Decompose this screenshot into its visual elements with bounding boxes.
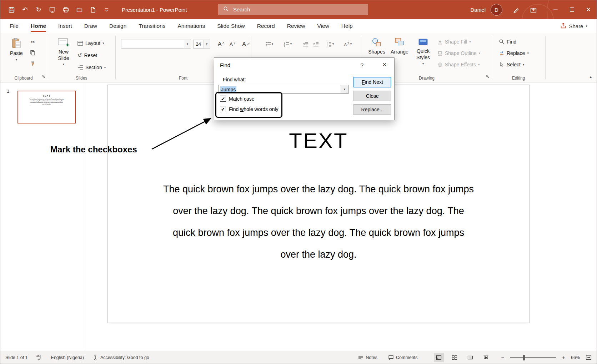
match-case-checkbox[interactable]: ✓ Match case (220, 96, 255, 102)
tab-slide-show[interactable]: Slide Show (217, 19, 245, 33)
slideshow-view-button[interactable] (481, 353, 491, 362)
minimize-button[interactable]: ─ (547, 0, 564, 19)
shape-effects-button[interactable]: Shape Effects ▾ (437, 60, 480, 69)
zoom-in-button[interactable]: + (562, 354, 565, 360)
font-name-combobox[interactable]: ▾ (121, 40, 191, 49)
spellcheck-icon[interactable]: abc (36, 354, 42, 360)
tab-transitions[interactable]: Transitions (139, 19, 165, 33)
user-name[interactable]: Daniel (470, 7, 486, 13)
copy-icon[interactable] (29, 49, 37, 57)
checkbox-checked-icon[interactable]: ✓ (220, 106, 226, 112)
close-icon[interactable]: × (382, 61, 386, 69)
format-painter-icon[interactable] (29, 60, 37, 67)
redo-icon[interactable]: ↻ (32, 4, 45, 16)
language-indicator[interactable]: English (Nigeria) (51, 355, 84, 360)
tab-home[interactable]: Home (31, 19, 46, 33)
tab-view[interactable]: View (317, 19, 329, 33)
slide-indicator[interactable]: Slide 1 of 1 (5, 355, 28, 360)
find-button[interactable]: Find (499, 37, 516, 46)
new-slide-icon (58, 37, 69, 47)
whole-words-checkbox[interactable]: ✓ Find whole words only (220, 106, 279, 112)
bullets-button[interactable]: ▾ (264, 40, 275, 49)
shapes-button[interactable]: Shapes (367, 37, 386, 55)
reading-view-button[interactable] (465, 353, 475, 362)
tab-file[interactable]: File (10, 19, 19, 33)
arrange-button[interactable]: Arrange (390, 37, 410, 55)
chevron-down-icon: ▾ (469, 40, 471, 44)
tab-review[interactable]: Review (287, 19, 305, 33)
chevron-down-icon[interactable]: ▾ (341, 85, 348, 93)
clipboard-dialog-launcher-icon[interactable] (42, 74, 45, 80)
start-slideshow-icon[interactable] (46, 4, 58, 16)
drawing-dialog-launcher-icon[interactable] (486, 74, 490, 80)
new-document-icon[interactable] (87, 4, 99, 16)
paste-button[interactable]: Paste ▾ (7, 37, 26, 61)
cut-icon[interactable]: ✂ (29, 38, 37, 46)
close-button[interactable]: × (580, 0, 597, 19)
tab-draw[interactable]: Draw (84, 19, 97, 33)
find-next-button[interactable]: Find Next (353, 77, 391, 87)
maximize-button[interactable] (564, 0, 580, 19)
slide-body-text[interactable]: The quick brown fox jumps over the lazy … (140, 178, 497, 266)
notes-button[interactable]: Notes (358, 355, 377, 360)
tab-insert[interactable]: Insert (58, 19, 72, 33)
bullets-icon (265, 41, 271, 47)
find-what-input[interactable]: Jumps ▾ (219, 85, 348, 94)
increase-indent-button[interactable] (312, 40, 320, 49)
shape-outline-label: Shape Outline (445, 50, 477, 56)
ink-pen-icon[interactable] (510, 4, 522, 16)
checkbox-checked-icon[interactable]: ✓ (220, 96, 226, 102)
zoom-out-button[interactable]: − (501, 354, 504, 360)
undo-icon[interactable]: ↶ (19, 4, 31, 16)
accessibility-label: Accessibility: Good to go (100, 355, 149, 360)
numbering-button[interactable]: 123 ▾ (282, 40, 293, 49)
increase-font-size-button[interactable]: A˄ (216, 40, 226, 49)
slide-title-text[interactable]: TEXT (108, 128, 529, 153)
open-folder-icon[interactable] (73, 4, 85, 16)
chevron-down-icon[interactable]: ▾ (184, 40, 191, 48)
share-button[interactable]: Share ▾ (560, 19, 587, 33)
zoom-slider-handle[interactable] (523, 355, 525, 360)
search-box[interactable]: Search (218, 4, 368, 15)
fit-to-window-icon[interactable] (586, 354, 592, 360)
layout-button[interactable]: Layout ▾ (77, 39, 104, 47)
clear-formatting-button[interactable]: A (241, 40, 251, 49)
customize-qat-icon[interactable] (100, 4, 112, 16)
quick-styles-button[interactable]: Quick Styles ▾ (413, 37, 433, 65)
shape-outline-button[interactable]: Shape Outline ▾ (437, 49, 480, 57)
print-preview-icon[interactable] (60, 4, 72, 16)
slide-canvas[interactable]: TEXT The quick brown fox jumps over the … (107, 85, 530, 323)
replace-dialog-button[interactable]: Replace... (353, 104, 391, 115)
close-dialog-button[interactable]: Close (353, 91, 391, 101)
new-slide-button[interactable]: New Slide ▾ (53, 37, 74, 66)
font-size-combobox[interactable]: 24 ▾ (193, 40, 210, 49)
tab-design[interactable]: Design (109, 19, 126, 33)
tab-record[interactable]: Record (257, 19, 275, 33)
help-icon[interactable]: ? (361, 62, 363, 68)
comments-button[interactable]: Comments (388, 355, 417, 360)
replace-button[interactable]: Replace ▾ (499, 49, 529, 57)
decrease-indent-button[interactable] (301, 40, 310, 49)
save-icon[interactable] (5, 4, 17, 16)
reset-button[interactable]: ↺ Reset (77, 51, 97, 60)
zoom-slider[interactable] (510, 357, 556, 358)
collapse-ribbon-button[interactable]: ▴ (590, 75, 592, 79)
decrease-font-size-button[interactable]: A˅ (227, 40, 237, 49)
slide-sorter-view-button[interactable] (450, 353, 460, 362)
slide-thumbnail[interactable]: TEXT The quick brown fox jumps over the … (17, 91, 76, 123)
tab-help[interactable]: Help (341, 19, 353, 33)
tab-animations[interactable]: Animations (177, 19, 205, 33)
normal-view-button[interactable] (434, 353, 444, 362)
text-direction-button[interactable]: A ▾ (342, 40, 353, 49)
select-button[interactable]: Select ▾ (499, 60, 524, 69)
shape-fill-button[interactable]: Shape Fill ▾ (437, 37, 471, 46)
accessibility-status[interactable]: Accessibility: Good to go (92, 355, 149, 360)
avatar[interactable]: D (491, 4, 502, 16)
chevron-down-icon: ▾ (527, 52, 529, 55)
find-dialog-titlebar[interactable]: Find (214, 58, 394, 72)
chevron-down-icon[interactable]: ▾ (203, 40, 210, 48)
zoom-level[interactable]: 66% (571, 355, 580, 360)
ribbon-display-options-icon[interactable] (527, 4, 540, 16)
section-button[interactable]: Section ▾ (77, 63, 106, 72)
line-spacing-button[interactable]: ▾ (325, 40, 335, 49)
